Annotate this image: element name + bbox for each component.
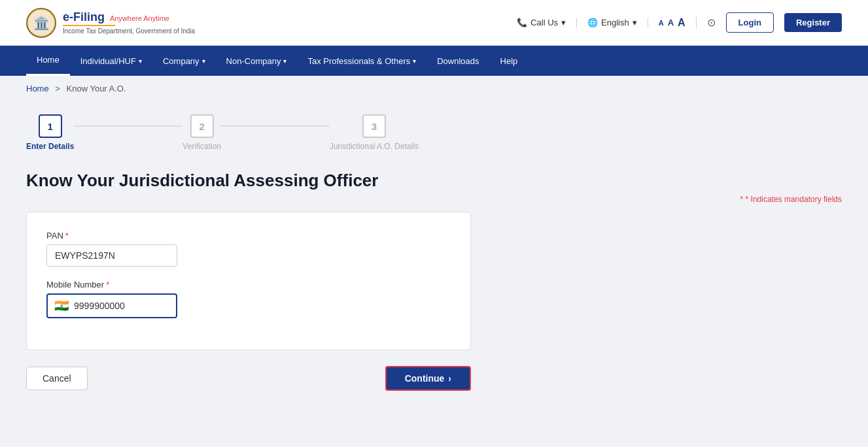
nav-individual-chevron: ▾ [139, 58, 142, 65]
mandatory-note: * * Indicates mandatory fields [26, 195, 842, 204]
nav-noncompany[interactable]: Non-Company ▾ [216, 46, 298, 76]
buttons-row: Cancel Continue › [26, 366, 471, 391]
nav-company-label: Company [163, 56, 200, 66]
mobile-form-group: Mobile Number* 🇮🇳 [46, 280, 451, 318]
globe-icon: 🌐 [587, 18, 598, 27]
continue-label: Continue [405, 373, 445, 384]
step-2-group: 2 Verification [182, 114, 221, 151]
nav-help-label: Help [500, 56, 518, 66]
mobile-label: Mobile Number* [46, 280, 451, 290]
logo-title: e-Filing Anywhere Anytime [63, 10, 195, 27]
lang-chevron: ▾ [633, 18, 637, 27]
breadcrumb: Home > Know Your A.O. [0, 76, 868, 101]
breadcrumb-current: Know Your A.O. [67, 84, 126, 93]
font-controls: A A A [659, 17, 697, 29]
nav-home-label: Home [37, 55, 60, 65]
contrast-toggle[interactable]: ⊙ [707, 16, 716, 29]
nav-home[interactable]: Home [26, 46, 70, 76]
language-selector[interactable]: 🌐 English ▾ [587, 18, 648, 27]
nav-company[interactable]: Company ▾ [152, 46, 216, 76]
step-connector-2 [221, 125, 330, 127]
pan-input[interactable] [46, 244, 177, 267]
pan-form-group: PAN* [46, 231, 451, 267]
cancel-button[interactable]: Cancel [26, 367, 88, 390]
call-us-button[interactable]: 📞 Call Us ▾ [517, 18, 577, 27]
step-3-circle: 3 [362, 114, 386, 138]
page-content: 1 Enter Details 2 Verification 3 Jurisdi… [0, 101, 868, 447]
flag-icon: 🇮🇳 [54, 299, 69, 313]
call-us-chevron: ▾ [561, 18, 566, 27]
nav-downloads-label: Downloads [437, 56, 479, 66]
stepper: 1 Enter Details 2 Verification 3 Jurisdi… [26, 114, 419, 151]
step-3-label: Jurisdictional A.O. Details [330, 142, 419, 151]
step-2-label: Verification [182, 142, 221, 151]
call-us-label: Call Us [530, 18, 558, 27]
mobile-input-wrapper[interactable]: 🇮🇳 [46, 293, 177, 318]
nav-noncompany-chevron: ▾ [283, 58, 286, 65]
step-2-circle: 2 [190, 114, 214, 138]
phone-icon: 📞 [517, 18, 527, 27]
continue-arrow-icon: › [448, 373, 451, 384]
nav-help[interactable]: Help [490, 46, 529, 76]
login-button[interactable]: Login [726, 12, 774, 33]
form-card: PAN* Mobile Number* 🇮🇳 [26, 212, 471, 350]
breadcrumb-separator: > [55, 84, 60, 93]
pan-label: PAN* [46, 231, 451, 240]
nav-tax-professionals-label: Tax Professionals & Others [307, 56, 410, 66]
step-3-group: 3 Jurisdictional A.O. Details [330, 114, 419, 151]
logo-tagline: Anywhere Anytime [110, 14, 169, 22]
page-title: Know Your Jurisdictional Assessing Offic… [26, 171, 842, 191]
step-1-circle: 1 [39, 114, 62, 138]
font-medium-btn[interactable]: A [668, 18, 674, 27]
step-connector-1 [74, 125, 182, 127]
nav-noncompany-label: Non-Company [226, 56, 281, 66]
logo-area: 🏛️ e-Filing Anywhere Anytime Income Tax … [26, 8, 195, 38]
header-right: 📞 Call Us ▾ 🌐 English ▾ A A A ⊙ Login Re… [517, 12, 842, 33]
font-large-btn[interactable]: A [678, 17, 686, 29]
mandatory-note-text: * Indicates mandatory fields [746, 195, 842, 204]
nav-tax-professionals-chevron: ▾ [413, 58, 416, 65]
nav-individual-label: Individual/HUF [80, 56, 136, 66]
lang-label: English [601, 18, 629, 27]
step-1-label: Enter Details [26, 142, 74, 151]
breadcrumb-home[interactable]: Home [26, 84, 49, 93]
step-1-group: 1 Enter Details [26, 114, 74, 151]
main-navbar: Home Individual/HUF ▾ Company ▾ Non-Comp… [0, 46, 868, 76]
mobile-input[interactable] [74, 301, 169, 311]
nav-company-chevron: ▾ [202, 58, 205, 65]
register-button[interactable]: Register [784, 13, 842, 32]
nav-individual[interactable]: Individual/HUF ▾ [70, 46, 152, 76]
emblem-icon: 🏛️ [26, 8, 56, 38]
continue-button[interactable]: Continue › [385, 366, 471, 391]
nav-downloads[interactable]: Downloads [426, 46, 489, 76]
nav-tax-professionals[interactable]: Tax Professionals & Others ▾ [297, 46, 426, 76]
font-small-btn[interactable]: A [659, 19, 664, 27]
logo-subtitle: Income Tax Department, Government of Ind… [63, 27, 195, 35]
header: 🏛️ e-Filing Anywhere Anytime Income Tax … [0, 0, 868, 46]
logo-text: e-Filing Anywhere Anytime Income Tax Dep… [63, 10, 195, 35]
